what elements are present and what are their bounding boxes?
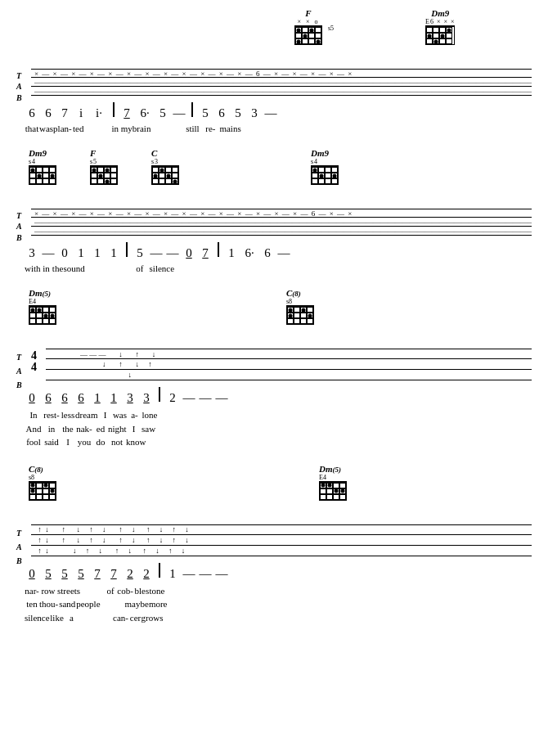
l-ble: ble — [134, 584, 146, 598]
l-in: in — [43, 422, 61, 436]
note-5a-s4: 5 — [41, 567, 56, 581]
l-more: more — [149, 597, 168, 611]
l-stone: stone — [146, 584, 164, 598]
l-silence: silence — [25, 611, 50, 625]
lyric-the2: the — [52, 263, 64, 273]
note-dash-1: — — [172, 106, 186, 120]
l-you: you — [75, 435, 93, 449]
note-5c: 5 — [231, 106, 245, 120]
lyrics-row-3c: fool said I you do not know — [25, 435, 532, 449]
chord-grid-Dm5-3 — [29, 305, 56, 325]
time-sig-3: 44 — [31, 350, 37, 373]
chord-Dm9-sec2-right: Dm9 s4 — [311, 148, 339, 185]
note-1c-s2: 1 — [106, 246, 121, 260]
chord-grid-Dm9-2r — [311, 165, 339, 185]
spacer-3 — [16, 456, 532, 464]
note-3a-s3: 3 — [123, 391, 137, 405]
tab-str-B-3: ↓ — [46, 370, 532, 380]
bar-line-1 — [113, 102, 115, 117]
note-7b-s4: 7 — [106, 567, 121, 581]
lyric-space3 — [85, 263, 134, 273]
notation-row-2: 3 — 0 1 1 1 5 — — 0 7 1 6· 6 — — [25, 242, 532, 260]
lyric-of: of — [134, 263, 146, 273]
note-5c-s4: 5 — [74, 567, 88, 581]
bar-line-s3-1 — [159, 387, 160, 402]
tab-staff-2: T A B × — × — × — × — × — × — × — × — × … — [16, 209, 532, 236]
note-76: 7 — [119, 106, 134, 120]
tab-labels-2: T A B — [16, 209, 22, 245]
chord-grid-C-2 — [151, 165, 179, 185]
lyric-still: still — [183, 124, 201, 133]
chord-row-2: Dm9 s4 F s5 — [16, 148, 532, 207]
l-cer: cer — [130, 611, 141, 625]
tab-staff-3: T A B 44 — — — ↓ ↑ ↓ ↓ ↑ ↓ ↑ — [16, 349, 532, 380]
l-like: like — [50, 611, 65, 625]
note-1b-s2: 1 — [90, 246, 105, 260]
l-night: night — [108, 422, 127, 436]
note-dash-s4-1: — — [182, 567, 196, 581]
chord-strings-F: × × o — [294, 18, 322, 25]
l-grows: grows — [141, 611, 164, 625]
chord-Dm5-sec4-right: Dm(5) E4 — [319, 464, 347, 501]
note-07-s2: 0 — [182, 246, 196, 260]
lyrics-row-3a: In rest- less dream I was a- lone — [25, 408, 532, 422]
tab-label-T-2: T — [16, 211, 22, 220]
l-ten: ten — [25, 597, 39, 611]
chord-F-sec2: F s5 — [90, 148, 118, 185]
l-fool: fool — [25, 435, 43, 449]
note-dash-s2-2: — — [149, 246, 164, 260]
note-dash-s3-1: — — [182, 391, 196, 405]
note-2a-s4: 2 — [123, 567, 137, 581]
chord-grid-C8-4 — [29, 481, 56, 501]
note-i-dot: i· — [90, 106, 108, 120]
tab-strings-4: ↑ ↓ ↑ ↓ ↑ ↓ ↑ ↓ ↑ ↓ ↑ ↓ ↑ ↓ ↑ ↓ ↑ ↓ ↑ ↓ … — [31, 524, 532, 556]
chord-name-Dm9-2r: Dm9 — [311, 148, 339, 158]
l-people: people — [76, 597, 100, 611]
tab-labels-3: T A B — [16, 349, 22, 394]
note-dash-s3-3: — — [214, 391, 229, 405]
l-not: not — [108, 435, 126, 449]
tab-label-A-4: A — [16, 542, 22, 551]
spacer-1 — [16, 140, 532, 148]
tab-string-T-2: × — × — × — × — × — × — × — × — × — × — … — [31, 209, 532, 218]
chord-grid-Dm9-2 — [29, 165, 56, 185]
l-row: row — [39, 584, 57, 598]
tab-str-A-3: ↓ ↑ ↓ ↑ — [46, 359, 532, 370]
note-dash-s2-4: — — [276, 246, 291, 260]
note-5-s2: 5 — [133, 246, 147, 260]
chord-strings-Dm9-r: E6 × × × — [425, 18, 455, 25]
l-nak: nak- — [75, 422, 93, 436]
l-I2: I — [127, 422, 141, 436]
section-3: Dm(5) E4 C(8) s8 — [16, 288, 532, 449]
note-6a: 6 — [25, 106, 39, 120]
tab-string-A-1: ————————————————————————————————————————… — [31, 78, 532, 87]
chord-strings-Dm9-2: s4 — [29, 158, 56, 165]
chord-strings-Dm9-2r: s4 — [311, 158, 339, 165]
tab-strings-2: × — × — × — × — × — × — × — × — × — × — … — [31, 209, 532, 236]
tab-labels-4: T A B — [16, 524, 22, 569]
note-0-s2: 0 — [57, 246, 72, 260]
note-6c: 6 — [214, 106, 229, 120]
note-5a: 5 — [155, 106, 170, 120]
l-the: the — [61, 422, 75, 436]
l-a4: a — [65, 611, 79, 625]
chord-grid-F — [294, 25, 322, 45]
note-6dot-s2: 6· — [240, 246, 258, 260]
note-3: 3 — [247, 106, 262, 120]
tab-label-B-4: B — [16, 556, 22, 565]
lyric-in: in — [110, 124, 121, 133]
chord-name-Dm5-4r: Dm(5) — [319, 464, 347, 474]
tab-labels-1: T A B — [16, 69, 22, 105]
lyric-in2: in — [41, 263, 52, 273]
lyric-sound: sound — [64, 263, 85, 273]
tab-label-B-1: B — [16, 93, 22, 102]
tab-string-B-1: ————————————————————————————————————————… — [31, 87, 532, 96]
l-cob: cob- — [116, 584, 134, 598]
tab-string-T-1: × — × — × — × — × — × — × — × — × — × — … — [31, 69, 532, 78]
lyric-my: my — [121, 124, 133, 133]
l-lone: lone — [141, 408, 157, 422]
chord-C-sec2: C s3 — [151, 148, 179, 185]
l-said: said — [43, 435, 61, 449]
bar-line-s4-1 — [159, 563, 160, 578]
l-dream: dream — [75, 408, 97, 422]
